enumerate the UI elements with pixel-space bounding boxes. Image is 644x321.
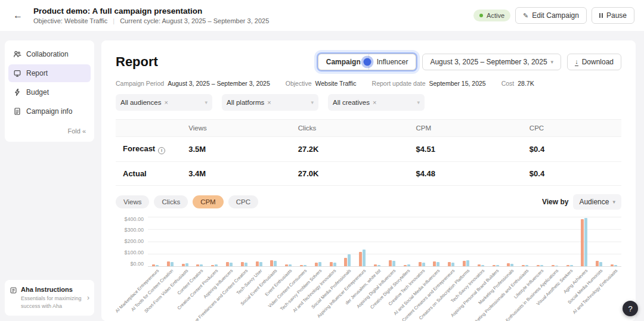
sidebar-item-collaboration[interactable]: Collaboration: [8, 45, 91, 63]
subtitle-divider: |: [113, 17, 114, 24]
actual-bar: [230, 263, 233, 266]
campaign-title-block: Product demo: A full campaign presentati…: [33, 7, 269, 24]
col-row-label: [116, 120, 181, 137]
metric-tab-clicks[interactable]: Clicks: [154, 195, 188, 208]
sidebar-item-budget[interactable]: Budget: [8, 83, 91, 101]
metric-tab-views[interactable]: Views: [116, 195, 149, 208]
bar-group: Tech-Savvy Innovators: [473, 217, 488, 266]
forecast-bar: [522, 265, 525, 266]
metric-tabs-row: Views Clicks CPM CPC View by Audience ▾: [116, 194, 621, 210]
close-icon[interactable]: ×: [373, 99, 376, 106]
back-arrow-icon: ←: [13, 10, 23, 20]
actual-bar: [377, 265, 380, 266]
view-by-select[interactable]: Audience ▾: [573, 194, 621, 210]
actual-bar: [555, 266, 558, 266]
actual-bar: [304, 265, 306, 266]
y-tick-label: $200.00: [124, 239, 144, 244]
actual-bar: [333, 263, 336, 266]
actual-bar: [584, 218, 587, 266]
actual-bar: [259, 262, 262, 266]
y-tick-label: $300.00: [124, 227, 144, 233]
y-tick-label: $100.00: [124, 250, 144, 255]
edit-campaign-label: Edit Campaign: [532, 11, 579, 20]
forecast-bar: [182, 264, 185, 266]
summary-table-header: Views Clicks CPM CPC: [116, 120, 621, 137]
report-type-toggle: Campaign Influencer: [318, 54, 417, 70]
meta-report-update-date: Report update dateSeptember 15, 2025: [372, 80, 486, 87]
actual-bar: [496, 265, 499, 266]
forecast-row-label: Forecasti: [116, 137, 181, 162]
forecast-bar: [433, 261, 436, 266]
platforms-filter-tag: All platforms ×: [227, 99, 271, 106]
forecast-bar: [330, 262, 333, 266]
forecast-bar: [448, 262, 451, 266]
audiences-filter[interactable]: All audiences × ▾: [116, 94, 212, 111]
actual-bar: [274, 261, 277, 266]
edit-campaign-button[interactable]: ✎ Edit Campaign: [515, 7, 587, 24]
close-icon[interactable]: ×: [267, 99, 271, 106]
status-badge: Active: [473, 10, 510, 21]
bar-group: Content Creators: [192, 217, 207, 266]
actual-bar: [481, 265, 484, 266]
help-button[interactable]: ?: [623, 301, 638, 316]
info-icon[interactable]: i: [158, 147, 165, 154]
download-button[interactable]: ↓ Download: [567, 54, 621, 70]
fold-button[interactable]: Fold «: [8, 121, 91, 139]
bar-group: AI and Technology Innovators: [326, 217, 340, 266]
sidebar-item-report[interactable]: Report: [8, 64, 91, 82]
pause-icon: [599, 13, 603, 18]
filter-row: All audiences × ▾ All platforms × ▾ All …: [116, 94, 621, 111]
actual-bar: [200, 264, 203, 266]
forecast-bar: [552, 265, 555, 266]
bar-group: Social Media Humorists: [592, 217, 606, 266]
chevron-right-icon: ›: [87, 294, 89, 302]
budget-icon: [13, 88, 21, 96]
sidebar-item-campaign-info[interactable]: Campaign info: [8, 102, 91, 120]
bar-group: AI and Technology Enthusiasts: [606, 217, 621, 266]
toggle-option-influencer[interactable]: Influencer: [369, 54, 416, 70]
chevron-down-icon: ▾: [311, 99, 314, 105]
actual-bar: [422, 263, 425, 266]
chevron-down-icon: ▾: [551, 59, 554, 65]
sidebar-item-label: Collaboration: [26, 50, 69, 58]
forecast-bar: [566, 265, 569, 266]
metric-tab-cpm[interactable]: CPM: [193, 195, 224, 208]
actual-bar: [363, 250, 366, 266]
forecast-bar: [167, 261, 170, 266]
close-icon[interactable]: ×: [164, 99, 168, 106]
campaign-subtitle: Objective: Website Traffic | Current cyc…: [33, 17, 269, 24]
bar-group: Video Content Consumers: [296, 217, 311, 266]
platforms-filter[interactable]: All platforms × ▾: [222, 94, 318, 111]
view-by-control: View by Audience ▾: [542, 194, 621, 210]
bar-group: Marketing Professionals and Enthusiasts: [518, 217, 532, 266]
forecast-bar: [404, 265, 407, 266]
actual-bar: [525, 265, 528, 266]
aha-instructions-card[interactable]: Aha Instructions Essentials for maximizi…: [5, 280, 94, 316]
view-by-value: Audience: [579, 198, 609, 206]
chart-y-axis: $400.00$300.00$200.00$100.00$0.00: [116, 217, 148, 267]
pause-button[interactable]: Pause: [592, 7, 634, 24]
actual-bar: [244, 263, 247, 266]
bar-group: Aspiring Influencer Entrepreneurs: [355, 217, 370, 266]
y-tick-label: $0.00: [130, 261, 144, 267]
actual-bar: [392, 261, 395, 266]
sidebar-item-label: Budget: [26, 88, 49, 96]
cpm-bar-chart: $400.00$300.00$200.00$100.00$0.00 AI Mar…: [116, 217, 621, 267]
creatives-filter[interactable]: All creatives × ▾: [328, 94, 425, 111]
toggle-option-campaign[interactable]: Campaign: [318, 54, 369, 70]
back-button[interactable]: ←: [10, 7, 26, 24]
forecast-bar: [285, 264, 288, 266]
metric-tab-cpc[interactable]: CPC: [228, 195, 258, 208]
status-dot-icon: [479, 14, 483, 17]
pause-label: Pause: [606, 11, 627, 20]
bar-group: Social Media Professionals: [340, 217, 355, 266]
actual-bar: [510, 264, 513, 266]
actual-bar: [436, 262, 439, 266]
bar-group: Aspiring Digital Influencers: [385, 217, 400, 266]
date-range-select[interactable]: August 3, 2025 – September 3, 2025 ▾: [422, 54, 561, 70]
forecast-bar: [419, 262, 422, 266]
bar-group: AI Tools for Content Creation: [163, 217, 178, 266]
y-tick-label: $400.00: [124, 217, 144, 222]
forecast-views: 3.5M: [181, 137, 290, 162]
forecast-bar: [507, 263, 510, 266]
